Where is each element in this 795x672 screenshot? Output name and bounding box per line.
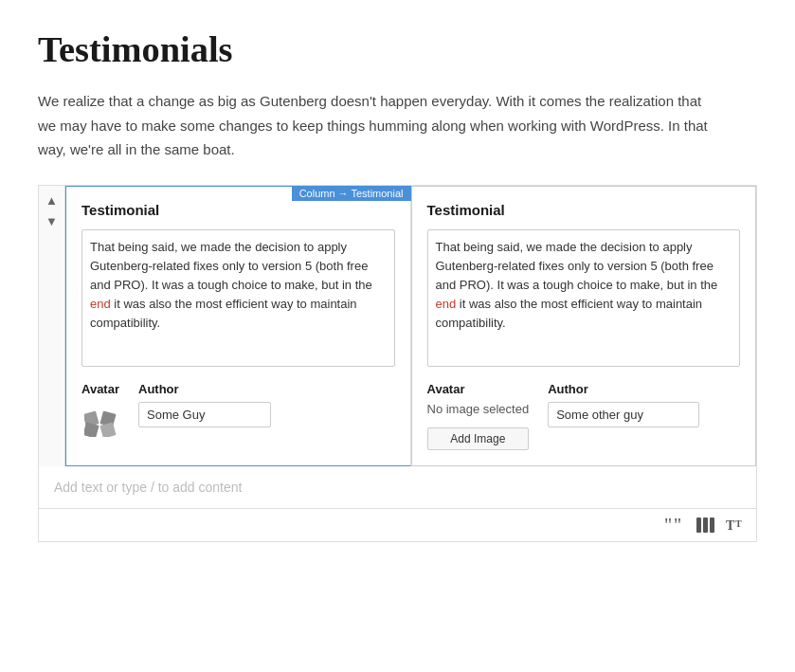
testimonial-1-text-part2: it was also the most efficient way to ma… xyxy=(90,297,357,330)
add-image-button[interactable]: Add Image xyxy=(427,427,530,450)
quote-icon[interactable]: " " xyxy=(664,517,685,534)
column-testimonial-label: Column → Testimonial xyxy=(292,186,411,201)
testimonial-2-author-section: Author xyxy=(548,382,699,427)
testimonial-1-author-label: Author xyxy=(138,382,271,396)
svg-text:T: T xyxy=(735,518,742,529)
testimonial-1-avatar-icon xyxy=(81,402,119,440)
testimonial-1-author-input[interactable] xyxy=(138,402,271,427)
quote-icon-svg: " " xyxy=(664,517,685,534)
typography-icon-svg: T T xyxy=(726,517,745,534)
svg-rect-2 xyxy=(84,422,99,437)
testimonial-block-1: Column → Testimonial Testimonial That be… xyxy=(65,186,411,466)
testimonial-2-author-label: Author xyxy=(548,382,699,396)
testimonial-2-text-part2: it was also the most efficient way to ma… xyxy=(436,297,703,330)
add-content-placeholder: Add text or type / to add content xyxy=(54,480,242,495)
testimonial-2-title: Testimonial xyxy=(427,202,741,218)
testimonial-1-text-highlight: end xyxy=(90,297,111,311)
svg-rect-3 xyxy=(99,422,116,437)
move-up-button[interactable]: ▲ xyxy=(42,191,63,210)
testimonial-2-text-highlight: end xyxy=(436,297,457,311)
testimonial-1-avatar-author-row: Avatar Author xyxy=(81,382,395,440)
avatar-placeholder-svg xyxy=(84,405,117,437)
testimonials-wrapper: Column → Testimonial Testimonial That be… xyxy=(65,186,756,466)
add-content-row[interactable]: Add text or type / to add content xyxy=(39,466,756,508)
no-image-text: No image selected xyxy=(427,402,530,416)
page-title: Testimonials xyxy=(38,28,757,70)
testimonial-1-title: Testimonial xyxy=(81,202,395,218)
main-content-area: ▲ ▼ Column → Testimonial Testimonial Tha… xyxy=(39,186,756,466)
block-outer-wrapper: ▲ ▼ Column → Testimonial Testimonial Tha… xyxy=(38,185,757,542)
block-controls: ▲ ▼ xyxy=(39,186,65,466)
testimonial-2-avatar-label: Avatar xyxy=(427,382,530,396)
testimonial-1-text[interactable]: That being said, we made the decision to… xyxy=(81,229,395,367)
testimonial-block-2: Testimonial That being said, we made the… xyxy=(411,186,757,466)
testimonial-2-text-part1: That being said, we made the decision to… xyxy=(436,240,718,292)
testimonial-1-text-part1: That being said, we made the decision to… xyxy=(90,240,372,292)
testimonial-2-author-input[interactable] xyxy=(548,402,699,427)
svg-text:": " xyxy=(674,517,681,534)
typography-icon[interactable]: T T xyxy=(726,517,745,534)
intro-paragraph: We realize that a change as big as Guten… xyxy=(38,89,720,162)
columns-icon[interactable] xyxy=(696,518,714,533)
testimonial-2-avatar-section: Avatar No image selected Add Image xyxy=(427,382,530,450)
testimonial-1-avatar-label: Avatar xyxy=(81,382,119,396)
testimonial-2-avatar-author-row: Avatar No image selected Add Image Autho… xyxy=(427,382,741,450)
testimonial-2-text[interactable]: That being said, we made the decision to… xyxy=(427,229,741,367)
svg-text:T: T xyxy=(726,518,735,533)
bottom-toolbar: " " T T xyxy=(39,508,756,541)
svg-text:": " xyxy=(664,517,672,534)
testimonial-1-avatar-section: Avatar xyxy=(81,382,119,440)
testimonial-1-author-section: Author xyxy=(138,382,271,427)
move-down-button[interactable]: ▼ xyxy=(42,212,63,231)
